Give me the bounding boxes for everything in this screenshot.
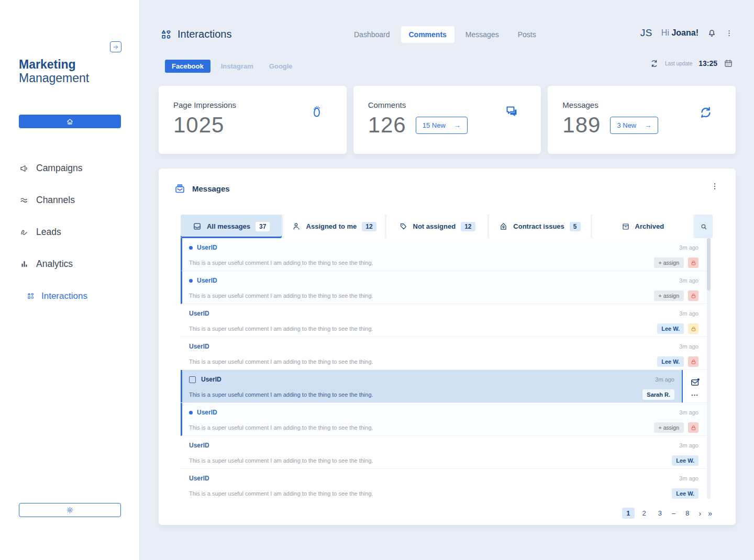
row-checkbox[interactable] bbox=[189, 376, 196, 383]
unread-dot-icon bbox=[189, 279, 193, 283]
page-number-2[interactable]: 2 bbox=[638, 508, 650, 519]
stat-value: 126 bbox=[368, 113, 406, 138]
tab-messages[interactable]: Messages bbox=[458, 26, 507, 43]
padlock-icon bbox=[499, 222, 508, 231]
message-list: UserID3m agoThis is a super useful comme… bbox=[181, 238, 707, 499]
sidebar-item-channels[interactable]: Channels bbox=[19, 184, 124, 216]
app-logo-line1: Marketing bbox=[19, 58, 89, 71]
stat-label: Comments bbox=[368, 100, 527, 109]
settings-button[interactable] bbox=[19, 503, 121, 517]
message-tab-contract-issues[interactable]: Contract issues5 bbox=[489, 215, 590, 238]
lock-badge-red[interactable] bbox=[688, 257, 698, 268]
message-tab-not-assigned[interactable]: Not assigned12 bbox=[386, 215, 487, 238]
platform-tab-facebook[interactable]: Facebook bbox=[165, 60, 210, 73]
assign-button[interactable]: + assign bbox=[654, 422, 684, 433]
message-row[interactable]: UserID3m agoThis is a super useful comme… bbox=[181, 436, 707, 469]
header-tabs: DashboardCommentsMessagesPosts bbox=[346, 26, 544, 43]
calendar-icon[interactable] bbox=[724, 59, 733, 68]
avatar[interactable]: JS bbox=[640, 27, 652, 39]
row-time: 3m ago bbox=[679, 277, 698, 284]
message-row[interactable]: UserID3m agoThis is a super useful comme… bbox=[181, 370, 707, 403]
row-comment: This is a super useful comment I am addi… bbox=[189, 457, 373, 464]
row-comment: This is a super useful comment I am addi… bbox=[189, 260, 373, 266]
lock-badge-red[interactable] bbox=[688, 356, 698, 367]
lock-badge-red[interactable] bbox=[688, 290, 698, 301]
assign-button[interactable]: + assign bbox=[654, 290, 684, 301]
message-tab-assigned-to-me[interactable]: Assigned to me12 bbox=[283, 215, 384, 238]
lock-icon bbox=[691, 260, 696, 266]
selected-row-body[interactable]: UserID3m agoThis is a super useful comme… bbox=[181, 370, 683, 402]
platform-tabs: FacebookInstagramGoogle bbox=[165, 60, 298, 73]
mail-tray-icon bbox=[174, 183, 185, 194]
footprints-icon bbox=[311, 105, 325, 118]
sidebar-item-campaigns[interactable]: Campaigns bbox=[19, 152, 124, 184]
chat-bubbles-icon bbox=[505, 105, 519, 119]
assignee-badge: Lee W. bbox=[672, 455, 698, 466]
message-row[interactable]: UserID3m agoThis is a super useful comme… bbox=[181, 238, 707, 271]
mark-unread-icon[interactable] bbox=[690, 377, 700, 387]
stat-label: Messages bbox=[562, 100, 721, 109]
stat-card-comments: Comments12615 New→ bbox=[353, 86, 541, 154]
page-title: Interactions bbox=[160, 28, 231, 40]
assign-button[interactable]: + assign bbox=[654, 257, 684, 268]
row-user: UserID bbox=[201, 376, 221, 383]
app-logo: Marketing Management bbox=[19, 58, 89, 85]
row-comment: This is a super useful comment I am addi… bbox=[189, 293, 373, 299]
sidebar-collapse-button[interactable] bbox=[110, 41, 121, 52]
lock-badge-yellow[interactable] bbox=[688, 323, 698, 334]
page-number-8[interactable]: 8 bbox=[681, 508, 693, 519]
scrollbar-thumb[interactable] bbox=[707, 238, 711, 290]
platform-tab-instagram[interactable]: Instagram bbox=[216, 60, 259, 73]
tab-dashboard[interactable]: Dashboard bbox=[346, 26, 398, 43]
stat-new-label: 15 New bbox=[423, 121, 446, 129]
message-tab-all-messages[interactable]: All messages37 bbox=[181, 215, 282, 238]
stat-card-messages: Messages1893 New→ bbox=[548, 86, 736, 154]
message-row[interactable]: UserID3m agoThis is a super useful comme… bbox=[181, 403, 707, 436]
stat-label: Page Impressions bbox=[173, 100, 332, 109]
search-button[interactable] bbox=[695, 215, 713, 238]
tab-posts[interactable]: Posts bbox=[510, 26, 544, 43]
message-tab-count: 12 bbox=[362, 222, 376, 231]
stat-new-button-messages[interactable]: 3 New→ bbox=[610, 117, 658, 134]
home-icon bbox=[66, 118, 74, 126]
person-assign-icon bbox=[292, 222, 301, 231]
sidebar-nav: CampaignsChannelsLeadsAnalyticsInteracti… bbox=[19, 152, 124, 312]
message-row[interactable]: UserID3m agoThis is a super useful comme… bbox=[181, 469, 707, 499]
next-page-icon[interactable]: › bbox=[697, 508, 703, 519]
message-row[interactable]: UserID3m agoThis is a super useful comme… bbox=[181, 304, 707, 337]
page-number-3[interactable]: 3 bbox=[654, 508, 666, 519]
lock-icon bbox=[691, 359, 696, 365]
sidebar-item-interactions[interactable]: Interactions bbox=[19, 280, 124, 312]
shapes-icon bbox=[160, 29, 172, 40]
sidebar-item-label: Campaigns bbox=[36, 163, 83, 174]
stat-new-button-comments[interactable]: 15 New→ bbox=[416, 117, 468, 134]
page-title-text: Interactions bbox=[178, 28, 231, 40]
row-user: UserID bbox=[189, 475, 209, 482]
stat-value: 1025 bbox=[173, 113, 224, 138]
message-tab-archived[interactable]: Archived bbox=[592, 215, 693, 238]
panel-kebab-icon[interactable] bbox=[711, 182, 719, 191]
message-row[interactable]: UserID3m agoThis is a super useful comme… bbox=[181, 337, 707, 370]
last-page-icon[interactable]: » bbox=[706, 508, 714, 519]
stat-card-page-impressions: Page Impressions1025 bbox=[159, 86, 347, 154]
row-time: 3m ago bbox=[679, 244, 698, 251]
refresh-icon[interactable] bbox=[650, 59, 659, 68]
page-number-1[interactable]: 1 bbox=[622, 508, 634, 519]
more-actions-button[interactable]: ... bbox=[691, 392, 698, 395]
scrollbar-track[interactable] bbox=[707, 238, 711, 499]
user-name: Joana! bbox=[671, 28, 698, 37]
sidebar-item-leads[interactable]: Leads bbox=[19, 216, 124, 248]
shapes-icon bbox=[26, 292, 35, 300]
arrow-right-icon: → bbox=[645, 121, 651, 129]
kebab-menu-icon[interactable] bbox=[725, 29, 733, 37]
bar-chart-icon bbox=[19, 260, 29, 268]
tab-comments[interactable]: Comments bbox=[401, 26, 454, 43]
bell-icon[interactable] bbox=[707, 29, 716, 38]
home-button[interactable] bbox=[19, 115, 121, 128]
message-tab-label: Contract issues bbox=[513, 222, 564, 230]
platform-tab-google[interactable]: Google bbox=[264, 60, 298, 73]
row-user: UserID bbox=[189, 442, 209, 449]
sidebar-item-analytics[interactable]: Analytics bbox=[19, 248, 124, 280]
message-row[interactable]: UserID3m agoThis is a super useful comme… bbox=[181, 271, 707, 304]
lock-badge-red[interactable] bbox=[688, 422, 698, 433]
